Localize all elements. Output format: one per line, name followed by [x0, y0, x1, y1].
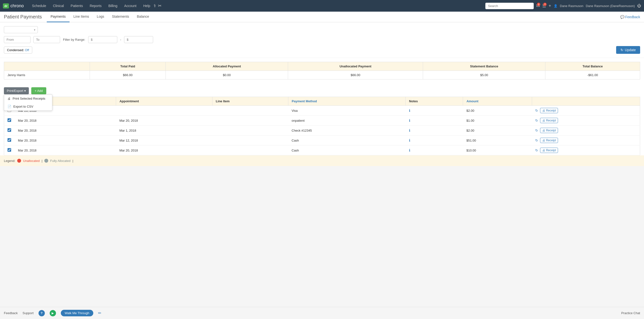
nav-billing[interactable]: Billing — [105, 0, 121, 12]
payment-checkbox[interactable] — [8, 148, 11, 152]
payment-row: Mar 20, 2018 Visa ℹ $2.00 ↻ 🖨 Receipt — [4, 106, 640, 116]
range-start-input[interactable] — [88, 36, 117, 43]
info-icon[interactable]: ℹ — [409, 109, 410, 113]
payment-amount: $1.00 — [463, 116, 532, 126]
add-button[interactable]: + Add — [31, 87, 46, 94]
payment-checkbox-cell — [4, 145, 15, 155]
payment-checkbox[interactable] — [8, 118, 11, 122]
payment-line-item — [212, 106, 288, 116]
search-input[interactable] — [485, 3, 534, 9]
patient-dropdown[interactable] — [4, 26, 38, 33]
info-icon[interactable]: ℹ — [409, 128, 410, 132]
payment-date: Mar 20, 2018 — [14, 126, 116, 136]
print-receipts-label: Print Selected Receipts — [12, 97, 45, 100]
export-csv-item[interactable]: 📄 Export to CSV — [4, 103, 52, 111]
receipt-button[interactable]: 🖨 Receipt — [540, 148, 558, 153]
payment-date: Mar 20, 2018 — [14, 116, 116, 126]
refresh-button[interactable]: ↻ — [535, 138, 538, 142]
refresh-icon: ↻ — [620, 48, 624, 52]
legend-label: Legend: — [4, 159, 15, 163]
receipt-button[interactable]: 🖨 Receipt — [540, 118, 558, 123]
payment-method: Cash — [288, 136, 406, 145]
tab-line-items[interactable]: Line Items — [70, 12, 93, 22]
file-icon: 📄 — [8, 105, 12, 108]
payment-date: Mar 20, 2018 — [14, 136, 116, 145]
payment-checkbox[interactable] — [8, 138, 11, 142]
nav-reports[interactable]: Reports — [86, 0, 105, 12]
feedback-link[interactable]: 💬 Feedback — [620, 15, 640, 19]
to-date-input[interactable] — [34, 36, 60, 43]
payment-row: Mar 20, 2018 Mar 20, 2018 onpatient ℹ $1… — [4, 116, 640, 126]
scissors-icon[interactable]: ✂ — [158, 3, 162, 9]
condensed-button[interactable]: Condensed: Off — [4, 47, 32, 54]
receipt-button[interactable]: 🖨 Receipt — [540, 128, 558, 133]
condensed-label: Condensed: — [7, 48, 24, 52]
payment-appointment: Mar 20, 2018 — [116, 116, 212, 126]
col-appointment: Appointment — [116, 97, 212, 106]
tab-payments[interactable]: Payments — [47, 12, 70, 22]
payment-notes[interactable]: ℹ — [406, 116, 463, 126]
summary-col-statement: Statement Balance — [423, 62, 546, 71]
summary-table: Total Paid Allocated Payment Unallocated… — [4, 62, 640, 80]
summary-col-total-paid: Total Paid — [90, 62, 166, 71]
receipt-button[interactable]: 🖨 Receipt — [540, 108, 558, 113]
tab-statements[interactable]: Statements — [108, 12, 133, 22]
payment-appointment: Mar 20, 2018 — [116, 145, 212, 155]
payment-date: Mar 20, 2018 — [14, 145, 116, 155]
messages-btn[interactable]: ✉ 1 — [536, 3, 540, 9]
page-title: Patient Payments — [4, 14, 42, 20]
info-icon[interactable]: ℹ — [409, 119, 410, 122]
plus-icon[interactable]: + — [548, 4, 551, 9]
payment-line-item — [212, 116, 288, 126]
payment-notes[interactable]: ℹ — [406, 106, 463, 116]
payment-notes[interactable]: ℹ — [406, 126, 463, 136]
feedback-label: Feedback — [625, 15, 640, 19]
range-end-input[interactable] — [124, 36, 153, 43]
refresh-button[interactable]: ↻ — [535, 119, 538, 122]
user-name[interactable]: Dane Rasmuson — [560, 4, 584, 8]
col-payment-method[interactable]: Payment Method — [288, 97, 406, 106]
nav-patients[interactable]: Patients — [67, 0, 86, 12]
payment-checkbox[interactable] — [8, 128, 11, 132]
sub-navigation: Patient Payments Payments Line Items Log… — [0, 12, 644, 22]
logo-icon: dr — [3, 4, 9, 9]
summary-total-paid: $66.00 — [90, 71, 166, 80]
info-icon[interactable]: ℹ — [409, 148, 410, 152]
receipt-button[interactable]: 🖨 Receipt — [540, 138, 558, 143]
payment-method: Check #12345 — [288, 126, 406, 136]
print-export-menu: 🖨 Print Selected Receipts 📄 Export to CS… — [4, 94, 52, 111]
summary-col-name — [4, 62, 90, 71]
payment-actions: ↻ 🖨 Receipt — [532, 116, 640, 126]
nav-help[interactable]: Help — [140, 0, 154, 12]
action-row: Print/Export ▾ 🖨 Print Selected Receipts… — [0, 87, 644, 97]
menu-btn[interactable]: ☰ 7 — [542, 3, 546, 9]
logout-icon[interactable]: ⏻ — [637, 4, 641, 8]
payment-method: onpatient — [288, 116, 406, 126]
logo[interactable]: dr chrono — [3, 4, 24, 9]
refresh-button[interactable]: ↻ — [535, 148, 538, 152]
summary-col-allocated: Allocated Payment — [166, 62, 288, 71]
nav-clinical[interactable]: Clinical — [50, 0, 67, 12]
payment-notes[interactable]: ℹ — [406, 136, 463, 145]
nav-schedule[interactable]: Schedule — [28, 0, 50, 12]
payment-actions: ↻ 🖨 Receipt — [532, 126, 640, 136]
from-date-input[interactable] — [4, 36, 30, 43]
print-export-button[interactable]: Print/Export ▾ — [4, 87, 29, 94]
update-button[interactable]: ↻ Update — [616, 46, 640, 54]
info-icon[interactable]: ℹ — [409, 138, 410, 142]
tools-icon[interactable]: ⚕ — [154, 3, 156, 9]
payment-method: Cash — [288, 145, 406, 155]
nav-account[interactable]: Account — [121, 0, 140, 12]
sub-tabs: Payments Line Items Logs Statements Bala… — [47, 12, 153, 22]
summary-total-balance: -$61.00 — [546, 71, 640, 80]
refresh-button[interactable]: ↻ — [535, 109, 538, 113]
print-receipts-item[interactable]: 🖨 Print Selected Receipts — [4, 95, 52, 103]
col-amount[interactable]: Amount — [463, 97, 532, 106]
refresh-button[interactable]: ↻ — [535, 128, 538, 132]
payment-notes[interactable]: ℹ — [406, 145, 463, 155]
tab-logs[interactable]: Logs — [93, 12, 108, 22]
summary-col-unallocated: Unallocated Payment — [288, 62, 423, 71]
summary-allocated-payment: $0.00 — [166, 71, 288, 80]
payment-amount: $2.00 — [463, 106, 532, 116]
tab-balance[interactable]: Balance — [133, 12, 153, 22]
